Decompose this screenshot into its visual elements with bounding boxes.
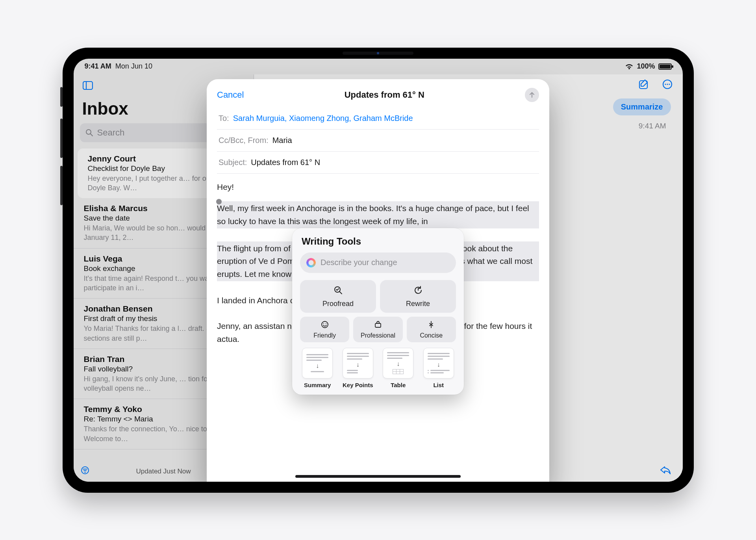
cancel-button[interactable]: Cancel <box>217 90 244 100</box>
table-tile[interactable]: ↓ Table <box>381 348 416 388</box>
ccbcc-field[interactable]: Cc/Bcc, From: Maria <box>217 130 539 152</box>
svg-rect-0 <box>83 82 93 89</box>
send-button[interactable] <box>525 88 539 102</box>
table-card-icon: ↓ <box>383 348 413 379</box>
summary-card-icon: ↓ <box>302 348 333 379</box>
professional-button[interactable]: Professional <box>353 317 402 342</box>
proofread-button[interactable]: Proofread <box>300 280 376 313</box>
ccbcc-value: Maria <box>272 136 292 145</box>
home-indicator[interactable] <box>295 475 461 478</box>
status-date: Mon Jun 10 <box>115 62 152 71</box>
reply-icon[interactable] <box>660 465 671 476</box>
rewrite-button[interactable]: Rewrite <box>380 280 456 313</box>
writing-tools-title: Writing Tools <box>302 236 454 247</box>
search-placeholder: Search <box>97 128 125 138</box>
friendly-button[interactable]: Friendly <box>300 317 349 342</box>
to-value: Sarah Murguia, Xiaomeng Zhong, Graham Mc… <box>233 114 413 123</box>
updated-label: Updated Just Now <box>136 468 191 475</box>
svg-point-2 <box>86 130 91 134</box>
concise-icon <box>427 321 435 330</box>
body-greeting: Hey! <box>217 181 539 194</box>
filter-icon[interactable] <box>81 466 89 477</box>
subject-value: Updates from 61° N <box>251 158 320 167</box>
list-card-icon: ↓ <box>423 348 454 379</box>
friendly-label: Friendly <box>313 332 336 339</box>
hw-volume-button <box>60 119 63 158</box>
screen: 9:41 AM Mon Jun 10 100% S Inbox <box>74 59 683 482</box>
svg-rect-21 <box>375 323 381 327</box>
subject-field[interactable]: Subject: Updates from 61° N <box>217 152 539 174</box>
apple-intelligence-icon <box>306 258 316 267</box>
svg-point-13 <box>667 84 668 85</box>
ccbcc-label: Cc/Bcc, From: <box>219 136 269 145</box>
rewrite-label: Rewrite <box>406 300 430 308</box>
friendly-icon <box>321 321 329 330</box>
writing-tools-popover: Writing Tools Describe your change Proof… <box>292 228 464 395</box>
sidebar-toggle-icon[interactable] <box>81 78 95 93</box>
subject-label: Subject: <box>219 158 247 167</box>
ipad-device-frame: 9:41 AM Mon Jun 10 100% S Inbox <box>63 48 694 493</box>
to-label: To: <box>219 114 229 123</box>
summary-tile[interactable]: ↓ Summary <box>300 348 335 388</box>
keypoints-tile[interactable]: ↓ Key Points <box>341 348 376 388</box>
battery-icon <box>658 63 672 70</box>
status-battery-pct: 100% <box>637 62 655 71</box>
summarize-button[interactable]: Summarize <box>613 98 671 115</box>
professional-icon <box>374 321 382 330</box>
concise-label: Concise <box>420 332 443 339</box>
rewrite-icon <box>413 286 423 297</box>
concise-button[interactable]: Concise <box>407 317 456 342</box>
keypoints-card-icon: ↓ <box>343 348 373 379</box>
describe-placeholder: Describe your change <box>321 258 397 267</box>
svg-point-12 <box>665 84 666 85</box>
professional-label: Professional <box>361 332 395 339</box>
hw-volume-button <box>60 87 63 107</box>
svg-point-18 <box>322 321 328 328</box>
to-field[interactable]: To: Sarah Murguia, Xiaomeng Zhong, Graha… <box>217 108 539 130</box>
svg-point-19 <box>323 323 324 324</box>
wifi-icon <box>625 63 634 70</box>
hw-volume-button <box>60 166 63 205</box>
svg-point-14 <box>669 84 670 85</box>
describe-change-input[interactable]: Describe your change <box>300 252 456 273</box>
status-time: 9:41 AM <box>85 62 111 71</box>
keypoints-label: Key Points <box>343 382 373 388</box>
svg-line-16 <box>339 291 342 294</box>
list-tile[interactable]: ↓ List <box>421 348 456 388</box>
compose-icon[interactable] <box>639 79 649 92</box>
selection-handle[interactable] <box>216 199 222 204</box>
hw-camera-notch <box>343 52 413 55</box>
more-icon[interactable] <box>662 79 673 92</box>
status-bar: 9:41 AM Mon Jun 10 100% <box>74 59 683 74</box>
search-icon <box>85 129 93 137</box>
proofread-icon <box>334 286 343 297</box>
compose-title: Updates from 61° N <box>345 90 424 100</box>
summary-label: Summary <box>304 382 331 388</box>
svg-point-20 <box>326 323 326 324</box>
svg-line-3 <box>91 134 93 136</box>
list-label: List <box>433 382 444 388</box>
selected-text: Well, my first week in Anchorage is in t… <box>217 201 539 228</box>
table-label: Table <box>391 382 406 388</box>
proofread-label: Proofread <box>322 300 354 308</box>
